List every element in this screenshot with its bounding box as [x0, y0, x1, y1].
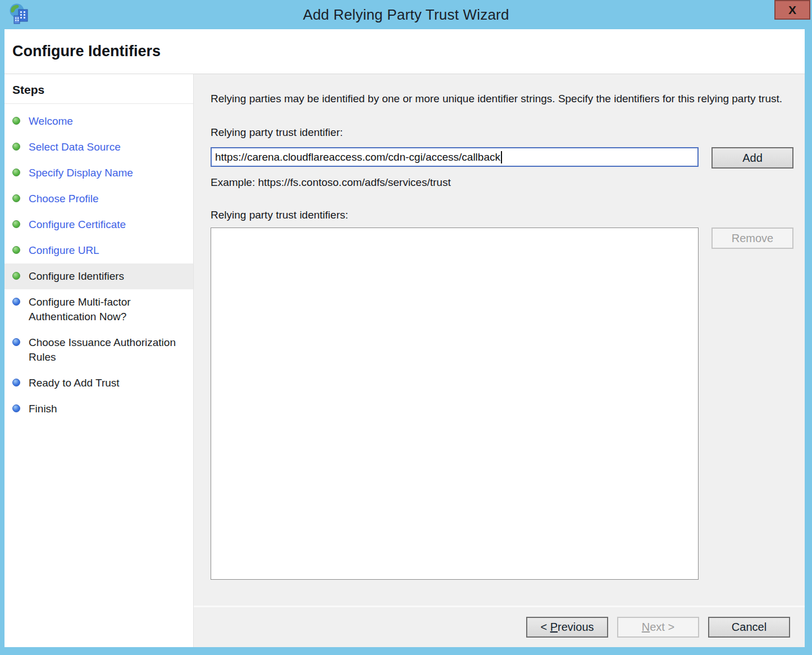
wizard-footer: < Previous Next > Cancel — [194, 606, 805, 647]
step-done-bullet-icon — [12, 143, 20, 151]
window-title: Add Relying Party Trust Wizard — [0, 6, 812, 24]
step-todo-bullet-icon — [12, 338, 20, 346]
identifier-input-value: https://carena.cloudflareaccess.com/cdn-… — [215, 151, 500, 163]
step-done-bullet-icon — [12, 194, 20, 202]
wizard-body: Configure Identifiers Steps Welcome Sele… — [4, 29, 805, 647]
intro-text: Relying parties may be identified by one… — [211, 91, 789, 106]
step-choose-profile[interactable]: Choose Profile — [4, 186, 193, 212]
adfs-wizard-window: { "window": { "title": "Add Relying Part… — [0, 0, 812, 655]
close-button[interactable]: X — [774, 0, 810, 20]
text-caret — [501, 151, 502, 163]
identifiers-list-label: Relying party trust identifiers: — [211, 209, 793, 221]
example-text: Example: https://fs.contoso.com/adfs/ser… — [211, 176, 793, 189]
step-configure-identifiers[interactable]: Configure Identifiers — [4, 263, 193, 289]
step-done-bullet-icon — [12, 117, 20, 125]
step-ready-to-add-trust: Ready to Add Trust — [4, 370, 193, 396]
steps-sidebar: Steps Welcome Select Data Source Specify… — [4, 74, 194, 647]
step-done-bullet-icon — [12, 169, 20, 176]
step-todo-bullet-icon — [12, 404, 20, 412]
page-title: Configure Identifiers — [12, 43, 805, 60]
titlebar: Add Relying Party Trust Wizard X — [0, 0, 812, 29]
close-icon: X — [788, 3, 796, 17]
step-specify-display-name[interactable]: Specify Display Name — [4, 160, 193, 186]
step-todo-bullet-icon — [12, 379, 20, 386]
page-header: Configure Identifiers — [4, 29, 805, 74]
step-choose-issuance-rules: Choose Issuance Authorization Rules — [4, 330, 193, 370]
steps-heading: Steps — [4, 83, 193, 97]
adfs-app-icon — [7, 2, 32, 27]
configure-identifiers-pane: Relying parties may be identified by one… — [194, 74, 805, 606]
steps-separator — [4, 103, 193, 104]
cancel-button[interactable]: Cancel — [708, 617, 790, 638]
step-done-bullet-icon — [12, 246, 20, 254]
step-current-bullet-icon — [12, 272, 20, 280]
steps-list: Welcome Select Data Source Specify Displ… — [4, 108, 193, 422]
step-todo-bullet-icon — [12, 298, 20, 306]
relying-party-identifiers-listbox[interactable] — [211, 228, 699, 580]
step-configure-mfa: Configure Multi-factor Authentication No… — [4, 289, 193, 330]
identifier-field-label: Relying party trust identifier: — [211, 126, 793, 139]
previous-button[interactable]: < Previous — [526, 617, 608, 638]
step-done-bullet-icon — [12, 220, 20, 228]
step-select-data-source[interactable]: Select Data Source — [4, 134, 193, 160]
step-configure-url[interactable]: Configure URL — [4, 238, 193, 263]
step-finish: Finish — [4, 396, 193, 422]
add-button[interactable]: Add — [711, 147, 793, 169]
relying-party-identifier-input[interactable]: https://carena.cloudflareaccess.com/cdn-… — [211, 147, 699, 167]
step-welcome[interactable]: Welcome — [4, 108, 193, 134]
step-configure-certificate[interactable]: Configure Certificate — [4, 212, 193, 238]
next-button[interactable]: Next > — [617, 617, 699, 638]
remove-button[interactable]: Remove — [711, 228, 793, 249]
